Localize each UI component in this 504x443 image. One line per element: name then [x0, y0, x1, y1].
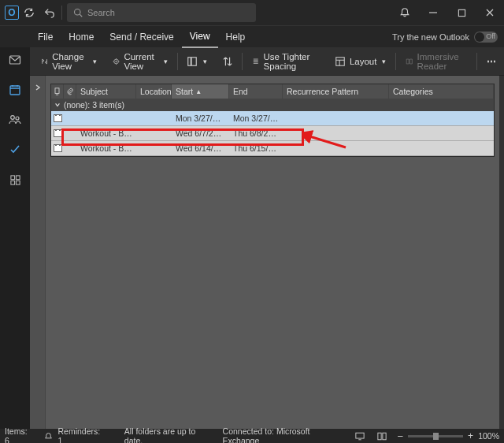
svg-rect-3 [10, 86, 20, 95]
menu-send-receive[interactable]: Send / Receive [102, 26, 181, 48]
grid-header-row: Subject Location Start ▲ End Recurrence … [51, 84, 494, 99]
left-nav-rail [0, 47, 30, 429]
menu-file[interactable]: File [30, 26, 61, 48]
display-settings-icon[interactable] [354, 430, 366, 441]
zoom-slider[interactable] [408, 435, 463, 437]
svg-point-10 [114, 59, 119, 64]
view-mode-icon[interactable] [376, 430, 387, 441]
menu-view[interactable]: View [182, 26, 218, 48]
svg-rect-14 [336, 57, 345, 65]
svg-rect-19 [383, 433, 386, 440]
col-attachment[interactable] [64, 84, 76, 99]
status-reminders[interactable]: Reminders: 1 [58, 426, 106, 443]
col-end[interactable]: End [229, 84, 283, 99]
try-new-outlook-toggle[interactable]: Off [474, 32, 498, 43]
col-recurrence[interactable]: Recurrence Pattern [283, 84, 389, 99]
notifications-icon[interactable] [391, 0, 419, 25]
col-start[interactable]: Start ▲ [172, 84, 229, 99]
zoom-level[interactable]: 100% [478, 431, 499, 441]
calendar-icon[interactable] [6, 80, 24, 99]
svg-point-4 [11, 116, 15, 120]
svg-rect-13 [191, 57, 196, 65]
status-connection: Connected to: Microsoft Exchange [223, 426, 345, 443]
svg-rect-12 [188, 57, 191, 65]
try-new-outlook-label: Try the new Outlook [392, 32, 469, 42]
maximize-button[interactable] [447, 0, 476, 25]
zoom-in-button[interactable]: + [468, 430, 473, 441]
svg-rect-8 [10, 181, 14, 184]
current-view-button[interactable]: Current View▾ [106, 50, 173, 73]
svg-rect-15 [55, 88, 59, 94]
status-sync: All folders are up to date. [124, 426, 213, 443]
svg-rect-6 [10, 175, 14, 179]
layout-button[interactable]: Layout▾ [328, 50, 393, 73]
pane-collapse-button[interactable] [30, 76, 46, 429]
sort-button[interactable] [217, 50, 239, 73]
status-items: Items: 6 [5, 426, 33, 443]
svg-point-0 [75, 9, 81, 16]
calendar-item-icon [54, 129, 62, 137]
table-row[interactable]: Mon 3/27/2023 8… Mon 3/27/2023 … [51, 111, 494, 126]
close-button[interactable] [476, 0, 504, 25]
column-settings-button[interactable]: ▾ [180, 50, 213, 73]
change-view-button[interactable]: Change View▾ [35, 50, 103, 73]
undo-icon[interactable] [39, 0, 60, 25]
people-icon[interactable] [6, 110, 24, 129]
search-placeholder: Search [87, 8, 115, 17]
minimize-button[interactable] [419, 0, 447, 25]
svg-point-5 [16, 117, 19, 120]
outlook-logo: O [5, 6, 19, 20]
search-input[interactable]: Search [67, 3, 256, 22]
svg-rect-7 [16, 175, 20, 179]
svg-point-11 [116, 61, 117, 62]
table-row[interactable]: Workout - Back & tri… Wed 6/14/2023 1… T… [51, 141, 494, 156]
col-subject[interactable]: Subject [76, 84, 136, 99]
menu-help[interactable]: Help [218, 26, 254, 48]
calendar-list-grid: Subject Location Start ▲ End Recurrence … [50, 84, 495, 157]
menu-home[interactable]: Home [61, 26, 102, 48]
svg-rect-1 [458, 9, 465, 16]
reminder-icon[interactable] [43, 430, 54, 441]
col-categories[interactable]: Categories [389, 84, 494, 99]
svg-rect-18 [378, 433, 381, 440]
more-apps-icon[interactable] [6, 170, 24, 189]
mail-icon[interactable] [6, 50, 24, 69]
immersive-reader-button: Immersive Reader [399, 50, 473, 73]
group-header[interactable]: (none): 3 item(s) [51, 99, 494, 111]
col-icon[interactable] [51, 84, 64, 99]
status-bar: Items: 6 Reminders: 1 All folders are up… [0, 429, 504, 443]
todo-icon[interactable] [6, 140, 24, 159]
sync-icon[interactable] [19, 0, 39, 25]
zoom-out-button[interactable]: − [398, 430, 404, 442]
calendar-item-icon [54, 114, 62, 122]
table-row[interactable]: Workout - Back & tri… Wed 6/7/2023 12:… … [51, 126, 494, 141]
svg-rect-9 [16, 181, 20, 184]
col-location[interactable]: Location [136, 84, 172, 99]
tighter-spacing-button[interactable]: Use Tighter Spacing [246, 50, 325, 73]
svg-rect-17 [356, 433, 364, 438]
calendar-item-icon [54, 144, 62, 152]
ribbon-more-button[interactable]: ⋯ [480, 50, 504, 73]
